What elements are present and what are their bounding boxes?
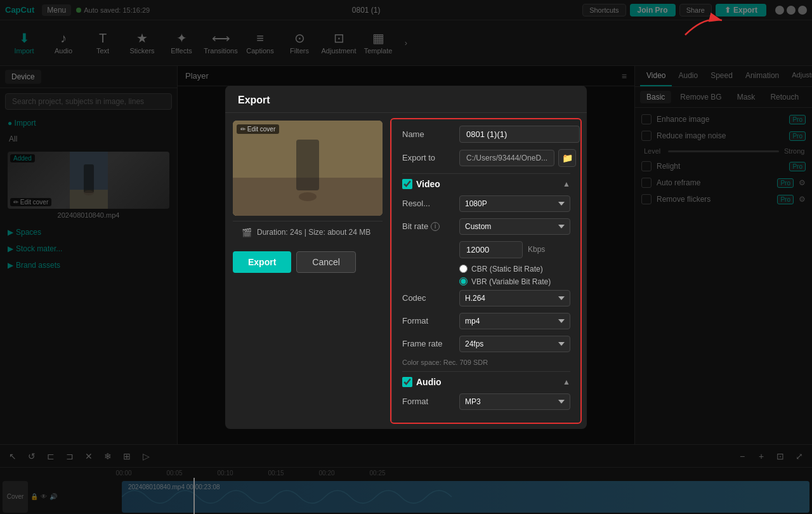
modal-header: Export xyxy=(225,86,587,113)
export-path-area: C:/Users/93444/OneD... 📁 xyxy=(459,149,576,167)
bitrate-select[interactable]: Custom Auto xyxy=(459,218,570,235)
divider-2 xyxy=(402,371,570,372)
audio-section-header: Audio ▲ xyxy=(402,377,570,387)
bitrate-info-icon[interactable]: i xyxy=(431,222,440,231)
video-enabled-checkbox[interactable] xyxy=(402,179,412,189)
bitrate-text: Bit rate xyxy=(402,221,428,231)
codec-select[interactable]: H.264 H.265 xyxy=(459,290,570,306)
framerate-label: Frame rate xyxy=(402,339,459,348)
framerate-select[interactable]: 24fps 30fps 60fps xyxy=(459,336,570,352)
vbr-row: VBR (Variable Bit Rate) xyxy=(459,277,570,286)
name-row: Name xyxy=(402,126,570,143)
cbr-radio[interactable] xyxy=(459,265,468,273)
cbr-row: CBR (Static Bit Rate) xyxy=(459,265,570,273)
footer-info: Duration: 24s | Size: about 24 MB xyxy=(257,228,374,237)
modal-settings: Name Export to C:/Users/93444/OneD... 📁 xyxy=(391,119,580,423)
format-label: Format xyxy=(402,316,459,326)
export-modal-overlay: Export ✏ Edit cover 🎬 Duration xyxy=(0,0,812,514)
export-settings-wrapper: Name Export to C:/Users/93444/OneD... 📁 xyxy=(390,118,582,424)
codec-label: Codec xyxy=(402,293,459,303)
video-section-toggle-icon[interactable]: ▲ xyxy=(563,180,570,188)
modal-title: Export xyxy=(238,95,270,105)
export-to-row: Export to C:/Users/93444/OneD... 📁 xyxy=(402,149,570,167)
resolution-select[interactable]: 1080P 720P 4K xyxy=(459,195,570,212)
color-space-note: Color space: Rec. 709 SDR xyxy=(402,359,570,366)
name-label: Name xyxy=(402,129,459,139)
edit-cover-label[interactable]: ✏ Edit cover xyxy=(237,124,279,134)
footer-size: Size: about 24 MB xyxy=(308,228,370,237)
bitrate-label: Bit rate i xyxy=(402,221,459,231)
footer-duration: Duration: 24s xyxy=(257,228,302,237)
cbr-label: CBR (Static Bit Rate) xyxy=(471,265,543,273)
resolution-row: Resol... 1080P 720P 4K xyxy=(402,195,570,212)
name-input[interactable] xyxy=(459,126,580,143)
bitrate-unit: Kbps xyxy=(528,245,545,254)
modal-preview: ✏ Edit cover 🎬 Duration: 24s | Size: abo… xyxy=(225,113,390,429)
framerate-row: Frame rate 24fps 30fps 60fps xyxy=(402,336,570,352)
footer-film-icon: 🎬 xyxy=(242,228,252,237)
export-modal: Export ✏ Edit cover 🎬 Duration xyxy=(225,86,587,429)
modal-body: ✏ Edit cover 🎬 Duration: 24s | Size: abo… xyxy=(225,113,587,429)
audio-enabled-checkbox[interactable] xyxy=(402,377,412,387)
modal-action-btns: Export Cancel xyxy=(233,251,383,278)
modal-preview-video: ✏ Edit cover xyxy=(233,121,383,216)
format-select[interactable]: mp4 mov avi xyxy=(459,313,570,329)
bitrate-row: Bit rate i Custom Auto xyxy=(402,218,570,235)
audio-format-select[interactable]: MP3 AAC WAV xyxy=(459,393,570,410)
export-button[interactable]: Export xyxy=(233,251,291,273)
bitrate-custom-row: Kbps xyxy=(459,241,570,258)
export-to-label: Export to xyxy=(402,153,459,162)
modal-footer: 🎬 Duration: 24s | Size: about 24 MB xyxy=(233,221,383,244)
preview-svg xyxy=(233,121,383,216)
svg-point-13 xyxy=(299,192,317,201)
codec-row: Codec H.264 H.265 xyxy=(402,290,570,306)
audio-section-toggle-icon[interactable]: ▲ xyxy=(563,378,570,386)
bitrate-value-input[interactable] xyxy=(459,241,523,258)
format-row: Format mp4 mov avi xyxy=(402,313,570,329)
video-section-header: Video ▲ xyxy=(402,179,570,189)
vbr-label: VBR (Variable Bit Rate) xyxy=(471,277,551,286)
audio-format-label: Format xyxy=(402,397,459,406)
resolution-label: Resol... xyxy=(402,199,459,208)
cancel-button[interactable]: Cancel xyxy=(296,251,356,273)
audio-format-row: Format MP3 AAC WAV xyxy=(402,393,570,410)
vbr-radio[interactable] xyxy=(459,277,468,286)
svg-rect-12 xyxy=(296,140,319,190)
video-section-title: Video xyxy=(416,179,440,189)
export-path-text: C:/Users/93444/OneD... xyxy=(459,150,554,166)
audio-section-title: Audio xyxy=(416,377,442,387)
divider-1 xyxy=(402,173,570,174)
browse-folder-button[interactable]: 📁 xyxy=(558,149,576,167)
